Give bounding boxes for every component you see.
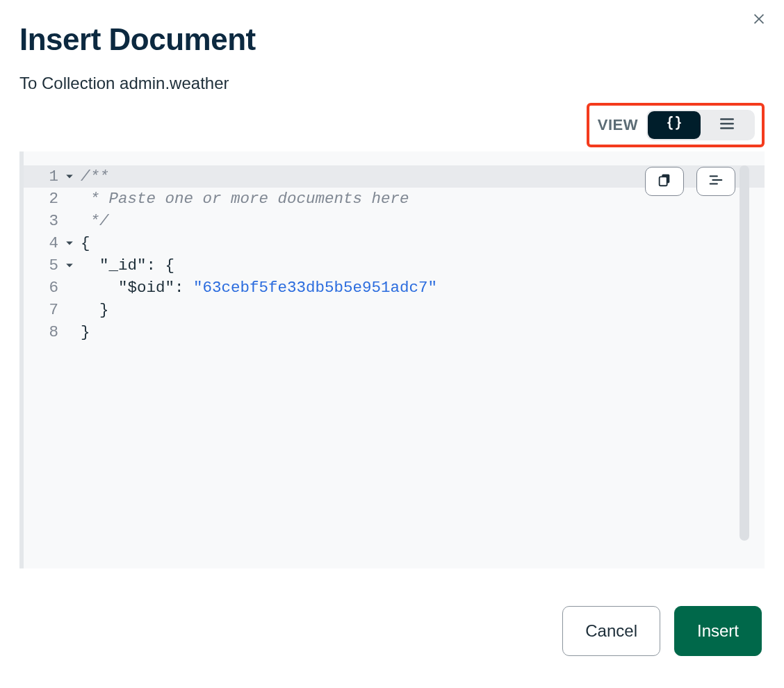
- dialog-subtitle: To Collection admin.weather: [19, 74, 765, 93]
- line-number: 1: [24, 165, 63, 188]
- code-line[interactable]: 7 }: [24, 299, 765, 321]
- view-toggle-row: VIEW: [19, 103, 765, 147]
- cancel-button[interactable]: Cancel: [562, 606, 660, 656]
- code-line[interactable]: 4{: [24, 232, 765, 254]
- insert-document-dialog: Insert Document To Collection admin.weat…: [0, 0, 784, 688]
- scrollbar-thumb[interactable]: [740, 165, 749, 541]
- line-content: "_id": {: [76, 254, 174, 277]
- view-mode-json[interactable]: [648, 111, 701, 139]
- svg-rect-4: [660, 177, 667, 186]
- line-content: */: [76, 210, 109, 232]
- view-toggle-highlight: VIEW: [587, 103, 765, 147]
- line-content: }: [76, 321, 90, 343]
- line-number: 3: [24, 210, 63, 232]
- dialog-title: Insert Document: [19, 22, 765, 57]
- braces-icon: [665, 115, 683, 136]
- fold-toggle[interactable]: [63, 239, 76, 247]
- line-number: 7: [24, 299, 63, 321]
- line-number: 2: [24, 188, 63, 210]
- list-icon: [718, 115, 736, 136]
- view-label: VIEW: [598, 116, 638, 134]
- line-content: {: [76, 232, 90, 254]
- close-icon: [751, 10, 767, 28]
- view-toggle: [646, 110, 755, 140]
- code-editor[interactable]: 1/**2 * Paste one or more documents here…: [19, 151, 765, 568]
- code-line[interactable]: 8}: [24, 321, 765, 343]
- line-content: }: [76, 299, 109, 321]
- code-line[interactable]: 6 "$oid": "63cebf5fe33db5b5e951adc7": [24, 277, 765, 299]
- line-content: /**: [76, 165, 109, 188]
- editor-toolbar: [645, 167, 735, 196]
- copy-button[interactable]: [645, 167, 684, 196]
- code-line[interactable]: 3 */: [24, 210, 765, 232]
- code-line[interactable]: 5 "_id": {: [24, 254, 765, 277]
- format-icon: [708, 172, 724, 190]
- line-number: 5: [24, 254, 63, 277]
- view-mode-list[interactable]: [701, 111, 753, 139]
- close-button[interactable]: [748, 8, 770, 31]
- format-button[interactable]: [696, 167, 735, 196]
- copy-icon: [657, 172, 672, 190]
- dialog-footer: Cancel Insert: [19, 606, 765, 656]
- fold-toggle[interactable]: [63, 172, 76, 181]
- line-number: 4: [24, 232, 63, 254]
- line-content: "$oid": "63cebf5fe33db5b5e951adc7": [76, 277, 437, 299]
- line-number: 8: [24, 321, 63, 343]
- line-number: 6: [24, 277, 63, 299]
- fold-toggle[interactable]: [63, 261, 76, 270]
- line-content: * Paste one or more documents here: [76, 188, 409, 210]
- insert-button[interactable]: Insert: [674, 606, 762, 656]
